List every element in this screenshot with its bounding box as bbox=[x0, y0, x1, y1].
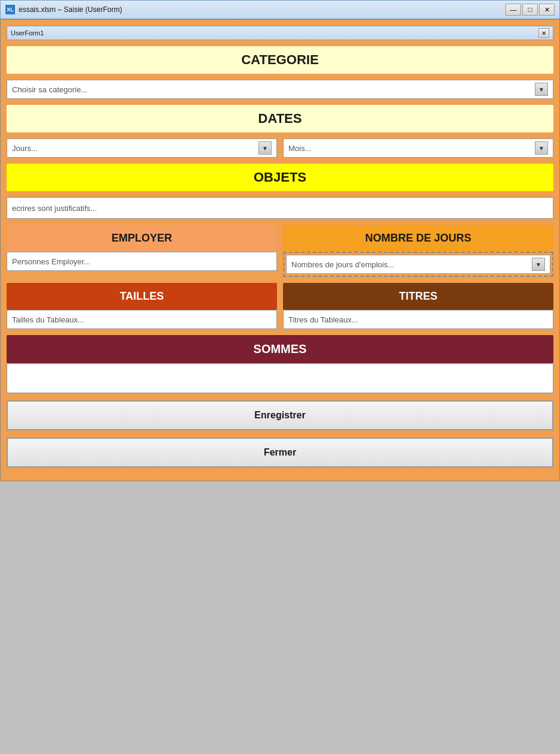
app-title-text: essais.xlsm – Saisie (UserForm) bbox=[19, 5, 122, 14]
objets-input[interactable]: ecrires sont justificatifs... bbox=[7, 197, 553, 219]
titres-header-col: TITRES bbox=[283, 283, 553, 310]
mois-dropdown-arrow: ▼ bbox=[535, 141, 548, 155]
categorie-dropdown-arrow: ▼ bbox=[535, 83, 548, 96]
mois-dropdown[interactable]: Mois... ▼ bbox=[283, 138, 553, 158]
jours-dropdown-text: Jours... bbox=[12, 144, 38, 153]
minimize-button[interactable]: — bbox=[505, 4, 521, 16]
userform-titlebar: UserForm1 ✕ bbox=[7, 26, 553, 40]
title-bar-buttons: — □ ✕ bbox=[505, 4, 555, 16]
jours-dropdown[interactable]: Jours... ▼ bbox=[7, 138, 277, 158]
employer-header-col: EMPLOYER bbox=[7, 225, 277, 252]
title-bar-left: XL essais.xlsm – Saisie (UserForm) bbox=[5, 5, 122, 14]
titres-input[interactable]: Titres du Tableaux... bbox=[283, 310, 553, 329]
nombre-dropdown-arrow: ▼ bbox=[532, 258, 545, 271]
nombre-dropdown-col: Nombres de jours d'emplois... ▼ bbox=[283, 252, 553, 277]
categorie-dropdown[interactable]: Choisir sa categorie... ▼ bbox=[7, 80, 553, 99]
titres-input-col: Titres du Tableaux... bbox=[283, 310, 553, 329]
fermer-button[interactable]: Fermer bbox=[7, 438, 553, 468]
sommes-header: SOMMES bbox=[7, 335, 553, 363]
employer-input[interactable]: Personnes Employer... bbox=[7, 252, 277, 271]
mois-col: Mois... ▼ bbox=[283, 138, 553, 158]
nombre-dropdown-text: Nombres de jours d'emplois... bbox=[291, 260, 395, 269]
nombre-dropdown-wrapper: Nombres de jours d'emplois... ▼ bbox=[283, 252, 553, 277]
app-title-bar: XL essais.xlsm – Saisie (UserForm) — □ ✕ bbox=[0, 0, 560, 19]
userform-close-button[interactable]: ✕ bbox=[538, 28, 549, 38]
nombre-header: NOMBRE DE JOURS bbox=[283, 225, 553, 252]
employer-input-col: Personnes Employer... bbox=[7, 252, 277, 277]
tailles-input-col: Tailles du Tableaux... bbox=[7, 310, 277, 329]
app-icon: XL bbox=[5, 5, 15, 14]
objets-header: OBJETS bbox=[7, 164, 553, 191]
employer-header: EMPLOYER bbox=[7, 225, 277, 252]
tailles-input[interactable]: Tailles du Tableaux... bbox=[7, 310, 277, 329]
maximize-button[interactable]: □ bbox=[522, 4, 538, 16]
app-close-button[interactable]: ✕ bbox=[539, 4, 555, 16]
jours-col: Jours... ▼ bbox=[7, 138, 277, 158]
nombre-header-col: NOMBRE DE JOURS bbox=[283, 225, 553, 252]
tailles-header: TAILLES bbox=[7, 283, 277, 310]
dates-header: DATES bbox=[7, 105, 553, 132]
tailles-header-col: TAILLES bbox=[7, 283, 277, 310]
categorie-header: CATEGORIE bbox=[7, 46, 553, 74]
userform-title: UserForm1 bbox=[11, 29, 44, 37]
enregistrer-button[interactable]: Enregistrer bbox=[7, 400, 553, 430]
mois-dropdown-text: Mois... bbox=[288, 144, 311, 153]
titres-header: TITRES bbox=[283, 283, 553, 310]
nombre-dropdown[interactable]: Nombres de jours d'emplois... ▼ bbox=[286, 255, 550, 274]
jours-dropdown-arrow: ▼ bbox=[258, 141, 272, 155]
sommes-input[interactable] bbox=[7, 363, 553, 393]
categorie-dropdown-text: Choisir sa categorie... bbox=[12, 85, 88, 94]
